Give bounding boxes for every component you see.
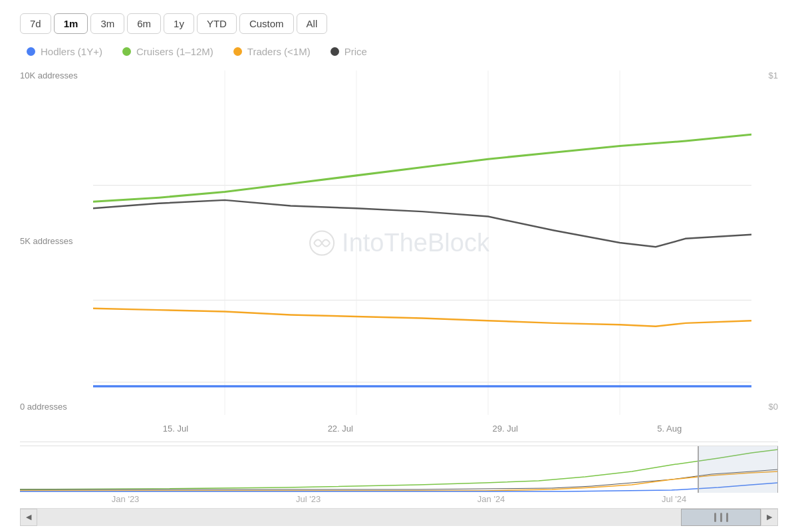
x-label-2: 29. Jul — [492, 424, 517, 434]
cruisers-label: Cruisers (1–12M) — [136, 46, 213, 57]
nav-label-0: Jan '23 — [112, 494, 140, 504]
legend-cruisers[interactable]: Cruisers (1–12M) — [122, 46, 213, 57]
thumb-handle-mid — [720, 513, 722, 522]
traders-label: Traders (<1M) — [247, 46, 311, 57]
chart-area: 10K addresses 5K addresses 0 addresses $… — [20, 70, 778, 525]
price-dot — [331, 47, 339, 56]
nav-label-1: Jul '23 — [296, 494, 321, 504]
time-range-selector: 7d 1m 3m 6m 1y YTD Custom All — [20, 13, 778, 34]
x-label-3: 5. Aug — [657, 424, 682, 434]
cruisers-dot — [122, 47, 131, 56]
time-btn-custom[interactable]: Custom — [239, 13, 294, 34]
navigator-x-labels: Jan '23 Jul '23 Jan '24 Jul '24 — [20, 494, 778, 504]
time-btn-6m[interactable]: 6m — [127, 13, 161, 34]
legend-price[interactable]: Price — [331, 46, 367, 57]
navigator-svg — [20, 446, 778, 493]
hodlers-label: Hodlers (1Y+) — [41, 46, 102, 57]
chart-svg-area: IntoTheBlock — [20, 70, 778, 415]
thumb-handle-left — [714, 513, 716, 522]
nav-label-3: Jul '24 — [662, 494, 686, 504]
legend-traders[interactable]: Traders (<1M) — [233, 46, 311, 57]
chart-legend: Hodlers (1Y+) Cruisers (1–12M) Traders (… — [20, 46, 778, 57]
time-btn-3m[interactable]: 3m — [90, 13, 124, 34]
scrollbar-thumb[interactable] — [681, 509, 761, 526]
chart-svg — [93, 70, 751, 415]
traders-dot — [233, 47, 242, 56]
time-btn-1m[interactable]: 1m — [54, 13, 88, 34]
time-btn-7d[interactable]: 7d — [20, 13, 51, 34]
x-label-0: 15. Jul — [163, 424, 188, 434]
legend-hodlers[interactable]: Hodlers (1Y+) — [27, 46, 102, 57]
svg-rect-8 — [698, 446, 778, 493]
main-container: 7d 1m 3m 6m 1y YTD Custom All Hodlers (1… — [0, 0, 798, 532]
thumb-handle-right — [726, 513, 728, 522]
navigator[interactable]: Jan '23 Jul '23 Jan '24 Jul '24 ◀ ▶ — [20, 446, 778, 525]
scrollbar-track: ◀ ▶ — [20, 508, 778, 525]
time-btn-1y[interactable]: 1y — [164, 13, 194, 34]
main-chart: 10K addresses 5K addresses 0 addresses $… — [20, 70, 778, 442]
time-btn-ytd[interactable]: YTD — [197, 13, 237, 34]
x-label-1: 22. Jul — [328, 424, 353, 434]
hodlers-dot — [27, 47, 35, 56]
price-label: Price — [344, 46, 367, 57]
scrollbar-inner[interactable] — [37, 509, 761, 526]
scroll-right-btn[interactable]: ▶ — [761, 509, 778, 526]
nav-label-2: Jan '24 — [477, 494, 505, 504]
scroll-left-btn[interactable]: ◀ — [20, 509, 37, 526]
time-btn-all[interactable]: All — [297, 13, 328, 34]
x-axis: 15. Jul 22. Jul 29. Jul 5. Aug — [93, 415, 751, 442]
